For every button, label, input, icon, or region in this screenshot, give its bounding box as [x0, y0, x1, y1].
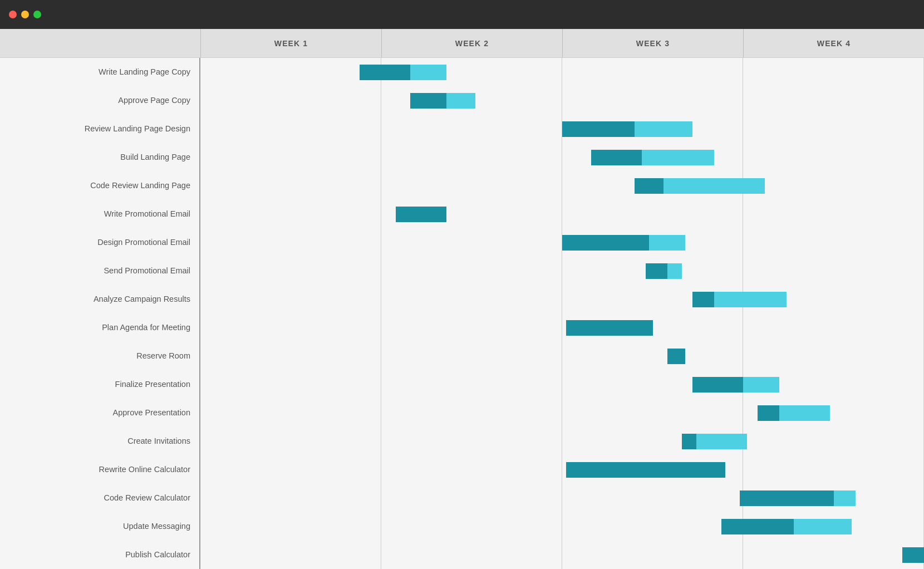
task-label-1: Approve Page Copy	[0, 86, 199, 115]
gantt-rows	[200, 58, 924, 569]
bar-done-3	[591, 150, 642, 165]
gantt-bar-wrapper-5[interactable]	[396, 207, 446, 222]
gantt-row-4	[200, 171, 924, 200]
bar-done-1	[410, 93, 446, 109]
bar-remaining-6	[649, 235, 685, 251]
gantt-row-14	[200, 455, 924, 484]
gantt-bar-wrapper-14[interactable]	[566, 462, 725, 478]
week-2-header: WEEK 2	[381, 29, 562, 57]
bar-remaining-7	[667, 263, 682, 279]
chart-body: Write Landing Page CopyApprove Page Copy…	[0, 58, 924, 569]
task-label-5: Write Promotional Email	[0, 200, 199, 228]
gantt-row-16	[200, 512, 924, 541]
gantt-bar-wrapper-3[interactable]	[591, 150, 714, 165]
gantt-bar-wrapper-12[interactable]	[758, 405, 830, 421]
bar-remaining-8	[714, 292, 787, 307]
gantt-row-8	[200, 285, 924, 313]
bar-done-15	[740, 490, 834, 506]
gantt-row-15	[200, 484, 924, 512]
title-bar	[0, 0, 924, 29]
gantt-row-0	[200, 58, 924, 86]
task-label-14: Rewrite Online Calculator	[0, 455, 199, 484]
gantt-bar-wrapper-6[interactable]	[562, 235, 685, 251]
task-label-13: Create Invitations	[0, 427, 199, 455]
bar-done-14	[566, 462, 725, 478]
gantt-area	[200, 58, 924, 569]
gantt-bar-wrapper-17[interactable]	[902, 547, 924, 563]
gantt-bar-wrapper-0[interactable]	[360, 65, 446, 80]
gantt-row-7	[200, 257, 924, 285]
week-4-header: WEEK 4	[743, 29, 924, 57]
gantt-bar-wrapper-15[interactable]	[740, 490, 856, 506]
bar-remaining-13	[696, 434, 747, 449]
bar-remaining-11	[743, 377, 779, 393]
close-button[interactable]	[9, 11, 17, 18]
gantt-chart: WEEK 1 WEEK 2 WEEK 3 WEEK 4 Write Landin…	[0, 29, 924, 569]
bar-done-6	[562, 235, 649, 251]
bar-done-11	[692, 377, 743, 393]
week-headers: WEEK 1 WEEK 2 WEEK 3 WEEK 4	[200, 29, 924, 57]
gantt-bar-wrapper-2[interactable]	[562, 121, 692, 137]
bar-remaining-16	[794, 519, 852, 534]
bar-done-9	[566, 320, 653, 336]
gantt-bar-wrapper-9[interactable]	[566, 320, 653, 336]
bar-done-7	[646, 263, 667, 279]
bar-remaining-3	[642, 150, 714, 165]
bar-remaining-1	[446, 93, 475, 109]
bar-remaining-2	[635, 121, 692, 137]
task-label-6: Design Promotional Email	[0, 228, 199, 257]
gantt-bar-wrapper-8[interactable]	[692, 292, 787, 307]
header-label-spacer	[0, 29, 200, 57]
gantt-row-10	[200, 342, 924, 370]
gantt-row-5	[200, 200, 924, 228]
chart-header: WEEK 1 WEEK 2 WEEK 3 WEEK 4	[0, 29, 924, 58]
task-label-9: Plan Agenda for Meeting	[0, 313, 199, 342]
task-label-11: Finalize Presentation	[0, 370, 199, 399]
gantt-row-6	[200, 228, 924, 257]
gantt-row-13	[200, 427, 924, 455]
bar-remaining-0	[410, 65, 446, 80]
gantt-bar-wrapper-11[interactable]	[692, 377, 779, 393]
minimize-button[interactable]	[21, 11, 29, 18]
bar-done-0	[360, 65, 410, 80]
gantt-bar-wrapper-13[interactable]	[682, 434, 747, 449]
gantt-row-11	[200, 370, 924, 399]
gantt-row-2	[200, 115, 924, 143]
task-label-4: Code Review Landing Page	[0, 171, 199, 200]
gantt-bar-wrapper-7[interactable]	[646, 263, 682, 279]
task-label-2: Review Landing Page Design	[0, 115, 199, 143]
task-label-17: Publish Calculator	[0, 541, 199, 569]
week-3-header: WEEK 3	[562, 29, 743, 57]
task-label-12: Approve Presentation	[0, 399, 199, 427]
gantt-bar-wrapper-16[interactable]	[721, 519, 852, 534]
gantt-bar-wrapper-10[interactable]	[667, 349, 686, 364]
task-label-10: Reserve Room	[0, 342, 199, 370]
bar-remaining-15	[834, 490, 856, 506]
bar-done-8	[692, 292, 714, 307]
bar-remaining-12	[779, 405, 830, 421]
bar-done-17	[902, 547, 924, 563]
task-label-3: Build Landing Page	[0, 143, 199, 171]
bar-done-16	[721, 519, 794, 534]
gantt-bar-wrapper-1[interactable]	[410, 93, 475, 109]
bar-done-5	[396, 207, 446, 222]
gantt-row-3	[200, 143, 924, 171]
bar-done-12	[758, 405, 779, 421]
week-1-header: WEEK 1	[200, 29, 381, 57]
bar-done-4	[635, 178, 663, 194]
gantt-row-1	[200, 86, 924, 115]
task-label-0: Write Landing Page Copy	[0, 58, 199, 86]
gantt-row-17	[200, 541, 924, 569]
task-label-8: Analyze Campaign Results	[0, 285, 199, 313]
gantt-row-12	[200, 399, 924, 427]
gantt-row-9	[200, 313, 924, 342]
task-label-column: Write Landing Page CopyApprove Page Copy…	[0, 58, 200, 569]
bar-remaining-4	[663, 178, 765, 194]
fullscreen-button[interactable]	[33, 11, 41, 18]
gantt-bar-wrapper-4[interactable]	[635, 178, 765, 194]
task-label-15: Code Review Calculator	[0, 484, 199, 512]
bar-done-13	[682, 434, 696, 449]
task-label-16: Update Messaging	[0, 512, 199, 541]
bar-done-10	[667, 349, 686, 364]
bar-done-2	[562, 121, 635, 137]
